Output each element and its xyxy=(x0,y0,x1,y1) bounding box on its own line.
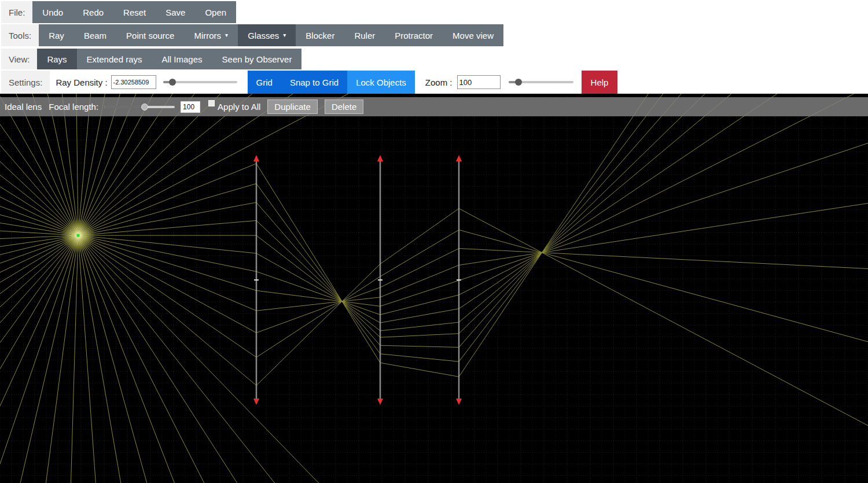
selected-object-title: Ideal lens xyxy=(5,102,42,112)
tool-button-glasses[interactable]: Glasses▾ xyxy=(238,24,296,46)
grid-toggle-group: Grid Snap to Grid Lock Objects xyxy=(248,71,415,94)
view-button-extended-rays[interactable]: Extended rays xyxy=(77,49,152,69)
apply-to-all-checkbox[interactable] xyxy=(208,100,215,106)
lens-center-mark xyxy=(378,279,382,281)
lens-arrow-up-icon xyxy=(377,155,383,161)
chevron-down-icon: ▾ xyxy=(225,32,228,38)
ray-density-input[interactable] xyxy=(111,75,156,89)
slider-thumb[interactable] xyxy=(169,79,176,86)
file-button-open[interactable]: Open xyxy=(195,1,236,23)
view-button-all-images[interactable]: All Images xyxy=(152,49,212,69)
object-toolbar: Ideal lens Focal length: Apply to All Du… xyxy=(0,97,868,116)
ray-diagram[interactable] xyxy=(0,94,868,483)
slider-thumb[interactable] xyxy=(141,104,148,110)
focal-length-label: Focal length: xyxy=(49,102,98,112)
focal-length-slider[interactable] xyxy=(104,106,175,108)
lens-center-mark xyxy=(457,279,461,281)
ideal-lens[interactable] xyxy=(377,155,383,405)
file-button-reset[interactable]: Reset xyxy=(113,1,156,23)
help-button[interactable]: Help xyxy=(582,71,618,94)
file-button-undo[interactable]: Undo xyxy=(32,1,73,23)
lens-arrow-up-icon xyxy=(456,155,462,161)
chevron-down-icon: ▾ xyxy=(283,32,286,38)
point-source[interactable] xyxy=(77,234,80,237)
light-rays xyxy=(0,94,868,483)
settings-label: Settings: xyxy=(1,71,50,94)
tools-toolbar: Tools: RayBeamPoint sourceMirrors▾Glasse… xyxy=(1,24,868,46)
view-button-seen-by-observer[interactable]: Seen by Observer xyxy=(212,49,302,69)
file-button-save[interactable]: Save xyxy=(156,1,195,23)
tools-button-group: RayBeamPoint sourceMirrors▾Glasses▾Block… xyxy=(39,24,503,46)
duplicate-button[interactable]: Duplicate xyxy=(267,99,318,114)
settings-toolbar: Settings: Ray Density : Grid Snap to Gri… xyxy=(1,71,868,94)
slider-fill xyxy=(104,106,145,108)
tools-label: Tools: xyxy=(1,24,39,46)
lens-arrow-up-icon xyxy=(253,155,259,161)
tool-button-move-view[interactable]: Move view xyxy=(443,24,503,46)
snap-to-grid-button[interactable]: Snap to Grid xyxy=(281,71,347,94)
view-button-rays[interactable]: Rays xyxy=(37,49,76,69)
lens-arrow-down-icon xyxy=(456,399,462,405)
tool-button-point-source[interactable]: Point source xyxy=(116,24,184,46)
apply-to-all-label: Apply to All xyxy=(218,102,260,112)
file-toolbar: File: UndoRedoResetSaveOpen xyxy=(1,1,868,23)
tool-button-mirrors[interactable]: Mirrors▾ xyxy=(184,24,238,46)
ideal-lens[interactable] xyxy=(456,155,462,405)
ray-density-slider[interactable] xyxy=(163,81,237,83)
delete-button[interactable]: Delete xyxy=(325,99,363,114)
simulation-canvas[interactable]: Ideal lens Focal length: Apply to All Du… xyxy=(0,94,868,483)
file-button-group: UndoRedoResetSaveOpen xyxy=(32,1,236,23)
tool-button-beam[interactable]: Beam xyxy=(74,24,116,46)
grid-button[interactable]: Grid xyxy=(248,71,281,94)
tool-button-protractor[interactable]: Protractor xyxy=(385,24,443,46)
view-label: View: xyxy=(1,49,37,69)
view-toolbar: View: RaysExtended raysAll ImagesSeen by… xyxy=(1,49,868,69)
lens-center-mark xyxy=(254,279,259,281)
tool-button-blocker[interactable]: Blocker xyxy=(296,24,344,46)
tool-button-ruler[interactable]: Ruler xyxy=(344,24,385,46)
file-button-redo[interactable]: Redo xyxy=(73,1,113,23)
zoom-input[interactable] xyxy=(457,75,501,89)
lock-objects-button[interactable]: Lock Objects xyxy=(347,71,415,94)
view-button-group: RaysExtended raysAll ImagesSeen by Obser… xyxy=(37,49,301,69)
ray-density-label: Ray Density : xyxy=(56,78,107,87)
top-toolbars: File: UndoRedoResetSaveOpen Tools: RayBe… xyxy=(0,0,868,94)
zoom-label: Zoom : xyxy=(425,78,453,87)
zoom-slider[interactable] xyxy=(509,81,573,83)
tool-button-ray[interactable]: Ray xyxy=(39,24,74,46)
ideal-lens[interactable] xyxy=(253,155,259,405)
file-label: File: xyxy=(1,1,32,23)
slider-thumb[interactable] xyxy=(515,79,522,86)
focal-length-input[interactable] xyxy=(181,101,200,113)
